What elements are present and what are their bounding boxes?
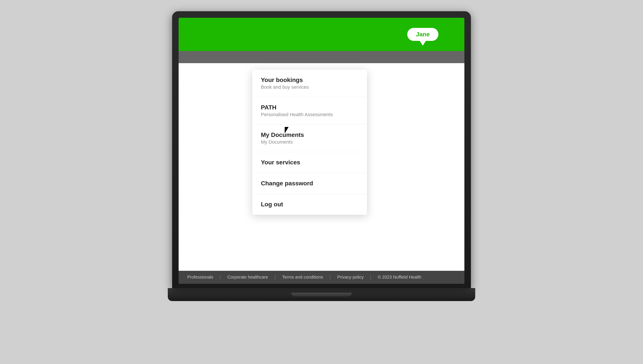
user-menu-button[interactable]: Jane bbox=[407, 28, 438, 41]
dropdown-item-your-bookings[interactable]: Your bookings Book and buy services bbox=[252, 70, 367, 97]
laptop-base-notch bbox=[291, 293, 352, 296]
main-content: Your bookings Book and buy services PATH… bbox=[179, 63, 464, 284]
footer-link-privacy-policy[interactable]: Privacy policy bbox=[337, 275, 364, 280]
dropdown-item-subtitle-path: Personalised Health Assessments bbox=[261, 112, 358, 118]
footer-link-corporate-healthcare[interactable]: Corporate healthcare bbox=[227, 275, 268, 280]
laptop-base bbox=[168, 288, 475, 301]
footer-divider-4: | bbox=[370, 275, 371, 280]
header-bar: Jane bbox=[179, 18, 464, 51]
laptop: Jane Your bookings Book and buy services bbox=[168, 11, 475, 353]
footer-copyright: © 2023 Nuffield Health bbox=[378, 275, 421, 280]
dropdown-item-my-documents[interactable]: My Documents My Documents bbox=[252, 124, 367, 152]
nav-bar bbox=[179, 51, 464, 63]
dropdown-item-subtitle-your-bookings: Book and buy services bbox=[261, 84, 358, 90]
footer-divider-1: | bbox=[220, 275, 221, 280]
dropdown-item-label-log-out: Log out bbox=[261, 201, 283, 208]
footer-link-terms-and-conditions[interactable]: Terms and conditions bbox=[282, 275, 323, 280]
dropdown-item-path[interactable]: PATH Personalised Health Assessments bbox=[252, 97, 367, 124]
dropdown-item-title-my-documents: My Documents bbox=[261, 132, 358, 138]
dropdown-item-title-your-bookings: Your bookings bbox=[261, 76, 358, 84]
footer-divider-3: | bbox=[330, 275, 331, 280]
screen-bezel: Jane Your bookings Book and buy services bbox=[172, 11, 471, 288]
screen: Jane Your bookings Book and buy services bbox=[179, 18, 464, 284]
footer-link-professionals[interactable]: Professionals bbox=[187, 275, 213, 280]
dropdown-item-change-password[interactable]: Change password bbox=[252, 173, 367, 194]
user-dropdown-menu: Your bookings Book and buy services PATH… bbox=[252, 70, 367, 215]
footer-divider-2: | bbox=[274, 275, 276, 280]
dropdown-item-your-services[interactable]: Your services bbox=[252, 152, 367, 173]
dropdown-item-label-change-password: Change password bbox=[261, 180, 313, 187]
footer: Professionals | Corporate healthcare | T… bbox=[179, 271, 464, 284]
dropdown-item-label-your-services: Your services bbox=[261, 159, 300, 166]
dropdown-item-subtitle-my-documents: My Documents bbox=[261, 139, 358, 145]
scene: Jane Your bookings Book and buy services bbox=[0, 0, 643, 364]
dropdown-item-title-path: PATH bbox=[261, 104, 358, 111]
dropdown-item-log-out[interactable]: Log out bbox=[252, 194, 367, 215]
